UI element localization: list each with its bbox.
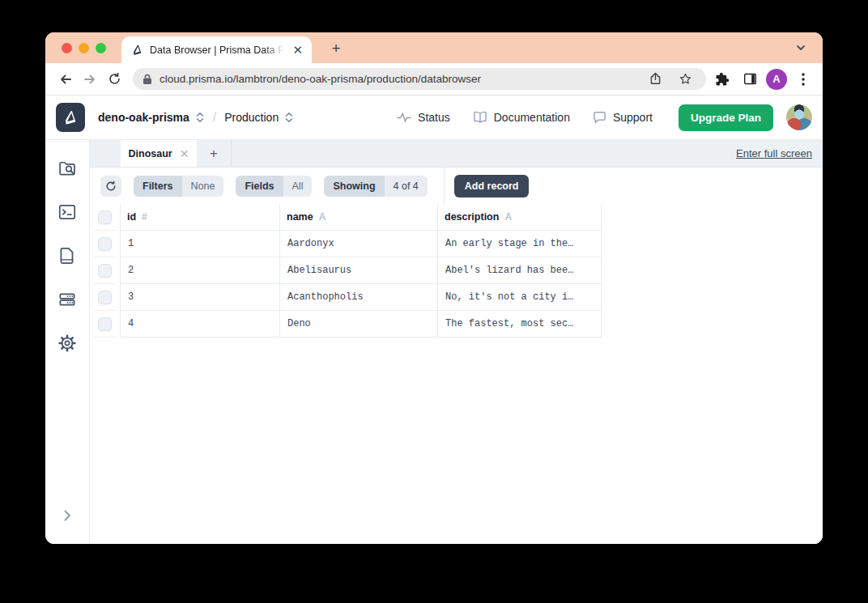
sidebar-item-data-browser[interactable]	[57, 157, 79, 179]
refresh-button[interactable]	[100, 176, 121, 197]
gear-icon	[57, 333, 78, 354]
showing-value: 4 of 4	[385, 176, 428, 197]
reload-button[interactable]	[102, 67, 126, 91]
extensions-puzzle-icon[interactable]	[711, 68, 734, 91]
browser-tab[interactable]: Data Browser | Prisma Data Pla ✕	[121, 36, 312, 63]
filters-control[interactable]: Filters None	[134, 176, 223, 197]
add-model-tab-button[interactable]: +	[197, 140, 231, 167]
prisma-favicon-icon	[131, 44, 143, 56]
model-tab-dinosaur[interactable]: Dinosaur ✕	[121, 140, 197, 167]
chat-bubble-icon	[593, 111, 606, 124]
row-checkbox[interactable]	[98, 317, 112, 331]
tab-bar-divider	[231, 140, 232, 167]
nav-support[interactable]: Support	[593, 111, 653, 124]
fields-label: Fields	[236, 176, 283, 197]
url-text: cloud.prisma.io/lambtron/deno-oak-prisma…	[160, 73, 636, 85]
cell-id[interactable]: 1	[120, 231, 279, 257]
string-type-icon: A	[319, 211, 326, 223]
cell-name[interactable]: Aardonyx	[279, 231, 437, 257]
browser-tab-strip: Data Browser | Prisma Data Pla ✕ +	[45, 32, 823, 63]
cell-id[interactable]: 3	[120, 284, 279, 310]
environment-selector[interactable]: Production	[224, 111, 294, 124]
int-type-icon: #	[142, 211, 147, 223]
kebab-menu-icon[interactable]	[792, 68, 815, 91]
user-avatar[interactable]	[786, 104, 812, 130]
cell-id[interactable]: 2	[120, 257, 279, 283]
row-checkbox[interactable]	[98, 291, 112, 304]
minimize-window-button[interactable]	[79, 43, 89, 53]
action-bar-divider	[444, 168, 445, 204]
table-header-row: id # name A description A	[90, 204, 823, 231]
nav-documentation[interactable]: Documentation	[473, 111, 570, 124]
project-selector[interactable]: deno-oak-prisma	[98, 111, 205, 124]
book-icon	[473, 111, 487, 124]
row-select-cell	[94, 284, 116, 311]
terminal-icon	[57, 202, 78, 223]
share-icon[interactable]	[644, 68, 666, 91]
project-name: deno-oak-prisma	[98, 111, 189, 124]
new-tab-button[interactable]: +	[326, 39, 346, 58]
row-checkbox[interactable]	[98, 264, 112, 278]
close-window-button[interactable]	[62, 43, 72, 53]
column-header-id[interactable]: id #	[120, 204, 279, 230]
cell-description[interactable]: The fastest, most sec…	[437, 311, 602, 337]
filters-value: None	[182, 176, 224, 197]
url-bar[interactable]: cloud.prisma.io/lambtron/deno-oak-prisma…	[133, 68, 706, 90]
nav-status[interactable]: Status	[397, 111, 450, 124]
lock-icon	[143, 74, 152, 85]
table-row: 4 Deno The fastest, most sec…	[90, 311, 823, 338]
row-checkbox[interactable]	[98, 237, 112, 251]
browser-window: Data Browser | Prisma Data Pla ✕ + cloud…	[45, 32, 823, 544]
action-bar: Filters None Fields All Showing 4 of 4 A…	[90, 168, 823, 204]
sidebar-item-schema[interactable]	[57, 288, 79, 310]
model-tab-close-icon[interactable]: ✕	[180, 147, 189, 160]
fields-value: All	[283, 176, 313, 197]
table-row: 2 Abelisaurus Abel's lizard has bee…	[90, 257, 823, 284]
prisma-logo[interactable]	[56, 103, 85, 132]
row-select-cell	[94, 311, 116, 338]
upgrade-plan-button[interactable]: Upgrade Plan	[679, 104, 773, 131]
sidebar-item-settings[interactable]	[57, 332, 79, 354]
cell-id[interactable]: 4	[120, 311, 279, 337]
cell-name[interactable]: Acanthopholis	[279, 284, 437, 310]
select-all-checkbox[interactable]	[98, 210, 112, 224]
string-type-icon: A	[504, 211, 512, 223]
forward-button[interactable]	[78, 67, 102, 91]
filters-label: Filters	[134, 176, 182, 197]
app-sidebar	[45, 140, 90, 544]
row-select-cell	[94, 257, 116, 284]
unfold-icon	[284, 112, 294, 123]
tab-close-icon[interactable]: ✕	[291, 44, 304, 56]
expand-sidebar-button[interactable]	[61, 509, 74, 522]
cell-name[interactable]: Abelisaurus	[279, 257, 437, 283]
column-header-name[interactable]: name A	[279, 204, 437, 230]
showing-control[interactable]: Showing 4 of 4	[324, 176, 427, 197]
browser-toolbar-right: A	[711, 68, 815, 91]
fields-control[interactable]: Fields All	[236, 176, 312, 197]
cell-description[interactable]: An early stage in the…	[437, 231, 602, 257]
browser-tab-title: Data Browser | Prisma Data Pla	[150, 45, 284, 56]
tab-search-chevron-icon[interactable]	[795, 42, 806, 53]
environment-name: Production	[224, 111, 279, 124]
cell-name[interactable]: Deno	[279, 311, 437, 337]
document-icon	[57, 245, 78, 266]
bookmark-star-icon[interactable]	[674, 68, 696, 91]
app-header: deno-oak-prisma / Production Status Docu…	[45, 96, 823, 140]
table-row: 3 Acanthopholis No, it's not a city i…	[90, 284, 823, 311]
server-database-icon	[57, 289, 78, 310]
cell-description[interactable]: Abel's lizard has bee…	[437, 257, 602, 283]
sidebar-item-console[interactable]	[57, 201, 79, 223]
column-header-description[interactable]: description A	[437, 204, 602, 230]
zoom-window-button[interactable]	[96, 43, 106, 53]
cell-description[interactable]: No, it's not a city i…	[437, 284, 602, 310]
enter-full-screen-link[interactable]: Enter full screen	[736, 147, 812, 159]
add-record-button[interactable]: Add record	[454, 175, 530, 197]
pulse-icon	[397, 111, 411, 124]
breadcrumb-separator: /	[213, 110, 216, 125]
chevron-right-icon	[61, 509, 74, 522]
select-all-cell	[94, 204, 116, 231]
side-panel-icon[interactable]	[738, 68, 761, 91]
sidebar-item-docs[interactable]	[57, 244, 79, 266]
chrome-profile-avatar[interactable]: A	[766, 69, 787, 90]
back-button[interactable]	[53, 67, 78, 91]
